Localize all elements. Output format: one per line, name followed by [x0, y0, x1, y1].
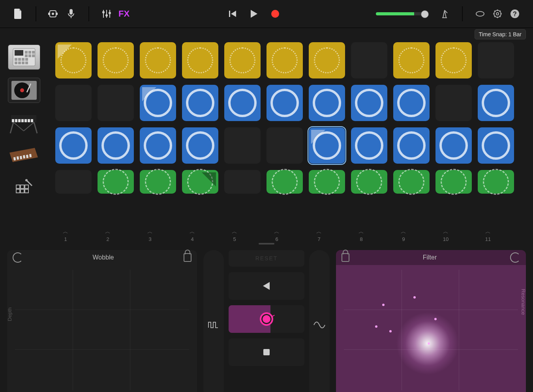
- filter-xy-pad[interactable]: Filter Resonance Cutoff: [336, 250, 526, 392]
- loop-cell[interactable]: [309, 127, 345, 164]
- wobble-xy-pad[interactable]: Wobble Depth Rate: [7, 250, 197, 392]
- loop-waveform-icon: [145, 47, 171, 73]
- svg-rect-53: [28, 119, 30, 122]
- svg-rect-31: [32, 51, 35, 54]
- column-number: 10: [443, 236, 449, 242]
- svg-line-55: [10, 122, 13, 133]
- track-drum-machine[interactable]: [8, 45, 40, 70]
- loop-waveform-icon: [482, 89, 510, 117]
- loop-cell[interactable]: [351, 170, 387, 194]
- column-trigger[interactable]: ︿1: [47, 228, 84, 242]
- column-trigger[interactable]: ︿8: [343, 228, 379, 242]
- loop-cell[interactable]: [266, 85, 303, 121]
- loop-cell[interactable]: [393, 85, 430, 121]
- column-trigger[interactable]: ︿7: [301, 228, 337, 242]
- track-keyboard[interactable]: [8, 111, 39, 135]
- loop-cell[interactable]: [98, 127, 134, 164]
- loop-icon[interactable]: [472, 6, 488, 22]
- svg-rect-54: [31, 119, 33, 122]
- column-trigger[interactable]: ︿11: [470, 228, 506, 242]
- loop-cell[interactable]: [309, 85, 345, 121]
- loop-cell[interactable]: [393, 170, 430, 194]
- loop-cell[interactable]: [140, 170, 176, 194]
- sine-wave-slider[interactable]: [309, 250, 330, 392]
- loop-cell[interactable]: [224, 127, 261, 164]
- loop-cell[interactable]: [435, 127, 472, 164]
- loop-cell[interactable]: [98, 85, 134, 121]
- loop-cell[interactable]: [182, 42, 218, 78]
- loop-cell[interactable]: [98, 170, 134, 194]
- loop-cell[interactable]: [55, 170, 92, 194]
- loop-cell[interactable]: [182, 85, 218, 121]
- column-trigger[interactable]: ︿2: [90, 228, 126, 242]
- column-trigger[interactable]: ︿6: [259, 228, 295, 242]
- column-trigger[interactable]: ︿4: [174, 228, 210, 242]
- column-trigger[interactable]: ︿10: [428, 228, 464, 242]
- file-icon[interactable]: [10, 6, 26, 22]
- mixer-icon[interactable]: [99, 6, 114, 22]
- camera-icon[interactable]: [46, 6, 62, 22]
- loop-cell[interactable]: [140, 85, 176, 121]
- scratch-button[interactable]: [229, 305, 304, 333]
- loop-cell[interactable]: [351, 127, 387, 164]
- reverse-play-button[interactable]: [229, 272, 304, 300]
- loop-cell[interactable]: [309, 42, 345, 78]
- column-number: 9: [402, 236, 405, 242]
- loop-cell[interactable]: [224, 170, 261, 194]
- loop-cell[interactable]: [55, 42, 92, 78]
- loop-cell[interactable]: [478, 170, 514, 194]
- loop-waveform-icon: [272, 47, 298, 73]
- help-icon[interactable]: ?: [507, 6, 523, 22]
- loop-cell[interactable]: [266, 170, 303, 194]
- lock-icon[interactable]: [342, 253, 349, 262]
- record-button[interactable]: [267, 6, 283, 22]
- loop-cell[interactable]: [393, 42, 430, 78]
- mic-icon[interactable]: [63, 6, 79, 22]
- cycle-icon[interactable]: [510, 252, 520, 263]
- loop-cell[interactable]: [435, 170, 472, 194]
- volume-slider[interactable]: [376, 12, 427, 15]
- loop-waveform-icon: [398, 169, 424, 195]
- loop-cell[interactable]: [435, 42, 472, 78]
- reset-button[interactable]: RESET: [229, 250, 304, 267]
- loop-cell[interactable]: [478, 127, 514, 164]
- loop-cell[interactable]: [140, 127, 176, 164]
- track-turntable[interactable]: [8, 78, 40, 103]
- loop-cell[interactable]: [478, 42, 514, 78]
- track-grid-edit[interactable]: [8, 175, 39, 200]
- play-icon[interactable]: [242, 6, 266, 22]
- loop-cell[interactable]: [182, 127, 218, 164]
- chevron-up-icon: ︿: [401, 228, 406, 235]
- loop-cell[interactable]: [266, 42, 303, 78]
- loop-cell[interactable]: [55, 85, 92, 121]
- go-to-start-icon[interactable]: [225, 6, 240, 22]
- track-synth[interactable]: [8, 143, 39, 168]
- loop-cell[interactable]: [266, 127, 303, 164]
- column-trigger[interactable]: ︿9: [385, 228, 422, 242]
- fx-center-controls: RESET: [203, 250, 330, 392]
- loop-cell[interactable]: [55, 127, 92, 164]
- loop-cell[interactable]: [309, 170, 345, 194]
- loop-waveform-icon: [356, 169, 382, 195]
- loop-cell[interactable]: [140, 42, 176, 78]
- column-trigger[interactable]: ︿5: [216, 228, 253, 242]
- time-snap-button[interactable]: Time Snap: 1 Bar: [475, 29, 526, 39]
- settings-icon[interactable]: [490, 6, 505, 22]
- loop-cell[interactable]: [351, 42, 387, 78]
- lock-icon[interactable]: [184, 253, 191, 262]
- cycle-icon[interactable]: [13, 252, 23, 263]
- stop-button[interactable]: [229, 338, 304, 366]
- loop-cell[interactable]: [393, 127, 430, 164]
- loop-cell[interactable]: [98, 42, 134, 78]
- loop-cell[interactable]: [351, 85, 387, 121]
- square-wave-slider[interactable]: [203, 250, 224, 392]
- loop-cell[interactable]: [435, 85, 472, 121]
- loop-cell[interactable]: [478, 85, 514, 121]
- panel-drag-handle[interactable]: [0, 242, 533, 245]
- fx-button[interactable]: FX: [116, 6, 132, 22]
- metronome-icon[interactable]: [437, 6, 452, 22]
- loop-cell[interactable]: [182, 170, 218, 194]
- loop-cell[interactable]: [224, 42, 261, 78]
- loop-cell[interactable]: [224, 85, 261, 121]
- column-trigger[interactable]: ︿3: [132, 228, 168, 242]
